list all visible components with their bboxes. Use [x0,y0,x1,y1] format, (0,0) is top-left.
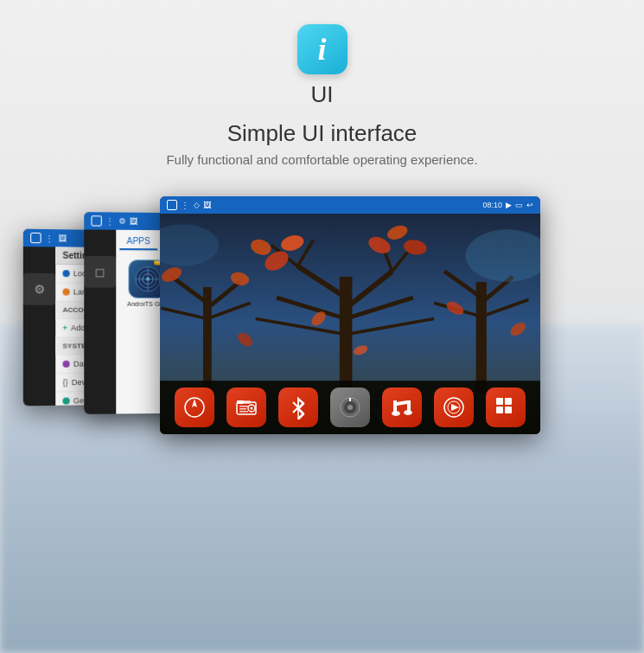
svg-point-5 [145,278,149,281]
dots-icon-2: ⋮ [105,216,115,226]
gesture-icon [62,397,69,404]
screen-home[interactable]: ⋮ ◇ 🖼 08:10 ▶ ▭ ↩ [160,196,540,434]
dots-icon-1: ⋮ [45,234,54,243]
svg-marker-51 [192,399,197,407]
svg-rect-75 [496,407,503,413]
status-left-1: ⋮ 🖼 [30,233,66,244]
date-icon [62,361,69,368]
photo-icon-2: 🖼 [130,217,137,226]
svg-rect-73 [496,398,503,405]
add-icon: + [62,323,67,332]
dots-icon-3: ⋮ [181,201,190,210]
subheadline: Fully functional and comfortable operati… [166,152,477,167]
location-icon [62,270,69,277]
time-3: 08:10 [482,201,502,209]
info-letter: i [317,34,326,65]
svg-rect-57 [239,406,248,407]
bottom-dock [160,381,540,434]
main-content [160,214,540,434]
status-right-3: 08:10 ▶ ▭ ↩ [482,201,533,209]
app-icon: i [297,24,348,74]
apps-sidebar: ◻ [84,229,116,413]
dev-icon: {} [62,378,67,387]
photo-icon-3: 🖼 [203,201,211,209]
home-icon-1 [30,233,41,243]
home-icon-3 [167,200,177,210]
svg-point-68 [392,411,400,416]
photo-icon-1: 🖼 [58,234,66,242]
svg-rect-54 [237,400,244,404]
dock-apps-grid[interactable] [486,387,526,427]
language-icon [62,288,69,295]
status-left-3: ⋮ ◇ 🖼 [167,200,211,210]
svg-rect-76 [505,407,512,413]
svg-point-56 [251,407,253,410]
settings-icon-2: ⚙ [118,217,125,226]
tab-apps[interactable]: APPS [119,234,157,251]
svg-rect-52 [237,402,256,414]
dock-music[interactable] [382,387,422,427]
back-icon-3: ↩ [526,201,533,209]
dock-video[interactable] [434,387,474,427]
svg-rect-59 [239,411,248,413]
status-bar-3: ⋮ ◇ 🖼 08:10 ▶ ▭ ↩ [160,196,540,214]
app-title: UI [311,81,334,108]
svg-point-69 [404,410,412,415]
home-icon-2 [91,215,101,226]
diamond-icon-3: ◇ [194,201,200,209]
top-section: i UI Simple UI interface Fully functiona… [0,0,644,188]
apps-sidebar-icon: ◻ [84,256,116,288]
signal-icon-3: ▶ [506,201,512,209]
svg-point-64 [348,405,353,410]
dock-navigation[interactable] [175,387,214,427]
svg-rect-74 [505,398,512,405]
status-left-2: ⋮ ⚙ 🖼 [91,215,137,227]
headline: Simple UI interface [227,120,418,147]
dock-volume[interactable] [330,387,370,427]
settings-sidebar: ⚙ [23,246,55,406]
screens-container: ⋮ 🖼 08:05 ▶ ▭ ↩ ⚙ Settings Location [0,196,644,560]
svg-marker-72 [451,404,459,411]
dock-bluetooth[interactable] [278,387,318,427]
dock-radio[interactable] [226,387,266,427]
battery-icon-3: ▭ [515,201,523,209]
nature-background [160,214,540,434]
sidebar-item-icon: ⚙ [23,273,55,305]
svg-rect-58 [239,408,246,410]
